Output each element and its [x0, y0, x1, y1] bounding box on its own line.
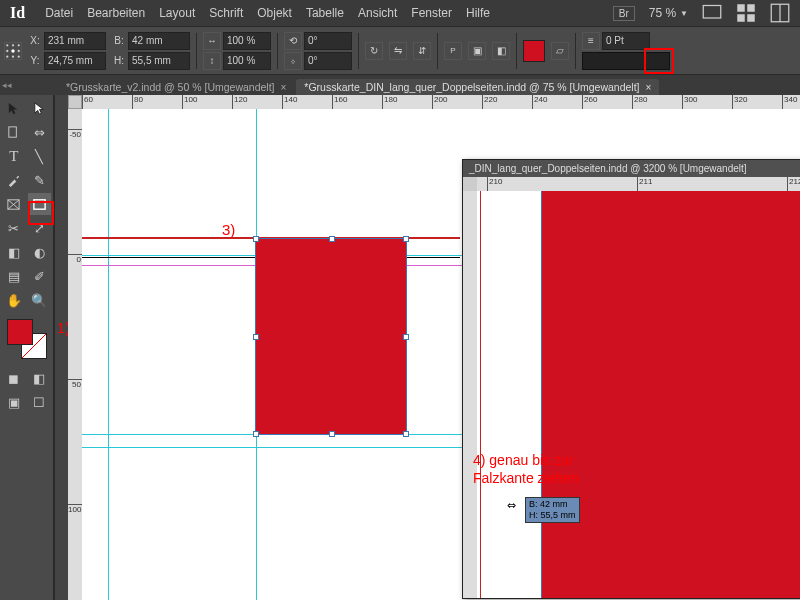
- horizontal-ruler[interactable]: 60 80 100 120 140 160 180 200 220 240 26…: [82, 95, 800, 109]
- scaley-field[interactable]: [223, 52, 271, 70]
- tabstrip-handle-icon[interactable]: ◂◂: [0, 75, 14, 95]
- h-field[interactable]: [128, 52, 190, 70]
- stroke-style[interactable]: [582, 52, 670, 70]
- flip-h-icon[interactable]: ⇋: [389, 42, 407, 60]
- close-icon[interactable]: ×: [646, 82, 652, 93]
- scalex-field[interactable]: [223, 32, 271, 50]
- scissors-tool[interactable]: ✂: [2, 217, 26, 239]
- fill-stroke-proxy[interactable]: [7, 319, 47, 359]
- stroke-swatch-icon[interactable]: ▱: [551, 42, 569, 60]
- select-content-icon[interactable]: ◧: [492, 42, 510, 60]
- workarea: ⇔ T╲ ✎ ✂⤢ ◧◐ ▤✐ ✋🔍 ◼◧ ▣☐ 1) 60 80 100 12…: [0, 95, 800, 600]
- hand-tool[interactable]: ✋: [2, 289, 26, 311]
- menu-tabelle[interactable]: Tabelle: [306, 6, 344, 20]
- apply-gradient-icon[interactable]: ◧: [28, 367, 52, 389]
- apply-color-icon[interactable]: ◼: [2, 367, 26, 389]
- page-tool[interactable]: [2, 121, 26, 143]
- chevron-down-icon: ▼: [680, 9, 688, 18]
- rotate-cw-icon[interactable]: ↻: [365, 42, 383, 60]
- gradient-feather-tool[interactable]: ◐: [28, 241, 52, 263]
- resize-cursor-icon: ⇔: [507, 499, 516, 512]
- screen-mode-icon[interactable]: [702, 4, 722, 22]
- tab-doc2[interactable]: *Grusskarte_DIN_lang_quer_Doppelseiten.i…: [296, 79, 659, 95]
- bridge-button[interactable]: Br: [613, 6, 635, 21]
- zoom-tool[interactable]: 🔍: [28, 289, 52, 311]
- annotation-4: 4) genau bis zurFalzkante ziehen: [473, 451, 579, 487]
- workspace-icon[interactable]: [770, 4, 790, 22]
- svg-point-11: [11, 49, 14, 52]
- tab-doc1[interactable]: *Grusskarte_v2.indd @ 50 % [Umgewandelt]…: [58, 79, 294, 95]
- stroke-weight-icon: ≡: [582, 32, 600, 50]
- svg-rect-16: [9, 126, 17, 136]
- svg-point-7: [6, 44, 8, 46]
- shear-field[interactable]: [304, 52, 352, 70]
- shear-icon: ⬨: [284, 52, 302, 70]
- scale-y-icon: ↕: [203, 52, 221, 70]
- floater-vruler[interactable]: [463, 191, 477, 598]
- close-icon[interactable]: ×: [281, 82, 287, 93]
- selection-tool[interactable]: [2, 97, 26, 119]
- panel-collapse-strip[interactable]: [54, 95, 68, 600]
- dimension-tooltip: B: 42 mmH: 55,5 mm: [525, 497, 580, 523]
- select-container-icon[interactable]: ▣: [468, 42, 486, 60]
- svg-rect-2: [747, 4, 755, 12]
- view-mode-normal[interactable]: ▣: [2, 391, 26, 413]
- svg-point-12: [18, 49, 20, 51]
- flip-v-icon[interactable]: ⇵: [413, 42, 431, 60]
- transform-tool[interactable]: ⤢: [28, 217, 52, 239]
- menu-ansicht[interactable]: Ansicht: [358, 6, 397, 20]
- ruler-origin[interactable]: [68, 95, 82, 109]
- menu-schrift[interactable]: Schrift: [209, 6, 243, 20]
- menu-bearbeiten[interactable]: Bearbeiten: [87, 6, 145, 20]
- rectangle-tool[interactable]: [28, 193, 52, 215]
- pasteboard[interactable]: 3) _DIN_lang_quer_Doppelseiten.indd @ 32…: [82, 109, 800, 600]
- menu-fenster[interactable]: Fenster: [411, 6, 452, 20]
- fill-swatch[interactable]: [523, 40, 545, 62]
- type-tool[interactable]: T: [2, 145, 26, 167]
- ruler-origin[interactable]: [463, 177, 477, 191]
- x-field[interactable]: [44, 32, 106, 50]
- annotation-3: 3): [222, 221, 235, 238]
- direct-select-tool[interactable]: [28, 97, 52, 119]
- pencil-tool[interactable]: ✎: [28, 169, 52, 191]
- strokept-field[interactable]: [602, 32, 650, 50]
- control-bar: X: Y: B: H: ↔ ↕ ⟲ ⬨ ↻ ⇋ ⇵ P ▣ ◧ ▱ ≡: [0, 26, 800, 75]
- y-field[interactable]: [44, 52, 106, 70]
- fill-proxy[interactable]: [7, 319, 33, 345]
- ref-point-icon[interactable]: [4, 42, 22, 60]
- selection-bbox: [255, 238, 407, 435]
- floater-hruler[interactable]: 210 211 212: [477, 177, 800, 191]
- vertical-ruler[interactable]: -50 0 50 100: [68, 109, 82, 600]
- svg-point-14: [12, 55, 14, 57]
- floating-doc-window[interactable]: _DIN_lang_quer_Doppelseiten.indd @ 3200 …: [462, 159, 800, 599]
- menu-hilfe[interactable]: Hilfe: [466, 6, 490, 20]
- arrange-docs-icon[interactable]: [736, 4, 756, 22]
- constrain-icon[interactable]: P: [444, 42, 462, 60]
- svg-point-13: [6, 55, 8, 57]
- gradient-swatch-tool[interactable]: ◧: [2, 241, 26, 263]
- menu-objekt[interactable]: Objekt: [257, 6, 292, 20]
- floater-red-area[interactable]: [541, 191, 800, 598]
- document-tabstrip: ◂◂ *Grusskarte_v2.indd @ 50 % [Umgewande…: [0, 75, 800, 95]
- floater-titlebar[interactable]: _DIN_lang_quer_Doppelseiten.indd @ 3200 …: [463, 160, 800, 177]
- scale-x-icon: ↔: [203, 32, 221, 50]
- svg-rect-0: [703, 6, 721, 19]
- eyedropper-tool[interactable]: ✐: [28, 265, 52, 287]
- menu-datei[interactable]: Datei: [45, 6, 73, 20]
- svg-rect-20: [34, 199, 45, 208]
- rect-frame-tool[interactable]: [2, 193, 26, 215]
- line-tool[interactable]: ╲: [28, 145, 52, 167]
- svg-point-15: [18, 55, 20, 57]
- note-tool[interactable]: ▤: [2, 265, 26, 287]
- view-mode-preview[interactable]: ☐: [28, 391, 52, 413]
- menu-layout[interactable]: Layout: [159, 6, 195, 20]
- zoom-level[interactable]: 75 %▼: [649, 6, 688, 20]
- svg-point-10: [6, 49, 8, 51]
- gap-tool[interactable]: ⇔: [28, 121, 52, 143]
- svg-rect-1: [737, 4, 745, 12]
- w-field[interactable]: [128, 32, 190, 50]
- rotate-icon: ⟲: [284, 32, 302, 50]
- document-canvas[interactable]: 60 80 100 120 140 160 180 200 220 240 26…: [68, 95, 800, 600]
- rotate-field[interactable]: [304, 32, 352, 50]
- pen-tool[interactable]: [2, 169, 26, 191]
